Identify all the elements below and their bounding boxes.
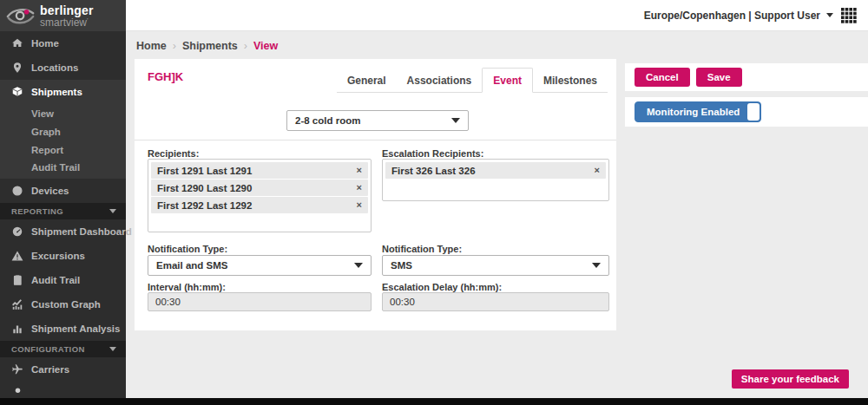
recipient-item: First 1290 Last 1290 × [151, 180, 368, 196]
brand-line1: berlinger [40, 4, 94, 16]
brand-name: berlinger smartview' [40, 4, 94, 28]
escalation-recipients-label: Escalation Recipients: [382, 148, 483, 159]
profile-select-value: 2-8 cold room [295, 115, 360, 126]
sidebar-subitem-view[interactable]: View [0, 104, 126, 122]
sidebar-subitem-report[interactable]: Report [0, 140, 126, 159]
interval-input[interactable] [148, 292, 372, 311]
breadcrumb-separator: › [244, 40, 247, 52]
tab-bar: General Associations Event Milestones [337, 68, 608, 93]
tab-milestones[interactable]: Milestones [533, 69, 608, 92]
sidebar: berlinger smartview' Home Locations Ship… [0, 0, 126, 398]
chevron-down-icon [354, 263, 363, 268]
clipboard-icon [11, 274, 23, 286]
recipients-label: Recipients: [148, 148, 199, 159]
recipient-item: First 1291 Last 1291 × [151, 162, 368, 179]
recipients-listbox: First 1291 Last 1291 × First 1290 Last 1… [148, 159, 372, 232]
sidebar-subitem-graph[interactable]: Graph [0, 122, 126, 140]
footer-bar [0, 398, 868, 405]
sidebar-section-configuration[interactable]: CONFIGURATION [0, 341, 126, 357]
warning-icon [11, 250, 23, 262]
breadcrumb-shipments[interactable]: Shipments [182, 40, 238, 52]
remove-recipient-icon[interactable]: × [357, 166, 362, 175]
gauge-icon [11, 225, 23, 238]
user-icon [13, 387, 23, 396]
sidebar-subitem-audit-trail[interactable]: Audit Trail [0, 159, 126, 179]
remove-recipient-icon[interactable]: × [357, 183, 362, 193]
shipment-event-card: FGH]K General Associations Event Milesto… [135, 59, 616, 330]
chevron-down-icon [109, 347, 116, 351]
notification-type-select[interactable]: Email and SMS [148, 255, 372, 276]
sidebar-item-audit-trail[interactable]: Audit Trail [0, 268, 126, 292]
map-pin-icon [11, 62, 23, 74]
chevron-down-icon [826, 13, 833, 17]
remove-recipient-icon[interactable]: × [595, 166, 600, 175]
brand-line2: smartview' [40, 17, 94, 28]
monitoring-card: Monitoring Enabled [625, 97, 868, 127]
chevron-down-icon [592, 263, 601, 268]
notification-type-value: Email and SMS [156, 260, 227, 271]
breadcrumb-current: View [253, 40, 278, 52]
remove-recipient-icon[interactable]: × [357, 200, 362, 210]
tab-general[interactable]: General [337, 69, 397, 92]
page-title: FGH]K [148, 70, 183, 83]
toggle-knob [747, 103, 760, 121]
profile-select[interactable]: 2-8 cold room [286, 110, 469, 131]
sidebar-item-shipment-dashboard[interactable]: Shipment Dashboard [0, 219, 126, 244]
monitoring-toggle[interactable]: Monitoring Enabled [635, 101, 761, 122]
tab-event[interactable]: Event [482, 68, 533, 93]
escalation-recipients-listbox: First 326 Last 326 × [382, 159, 609, 201]
sidebar-item-custom-graph[interactable]: Custom Graph [0, 292, 126, 317]
home-icon [11, 37, 23, 49]
sidebar-item-locations[interactable]: Locations [0, 56, 126, 80]
chevron-down-icon [451, 118, 460, 123]
sidebar-item-shipment-analysis[interactable]: Shipment Analysis [0, 317, 126, 341]
apps-grid-icon[interactable] [841, 8, 857, 23]
user-region-label: Europe/Copenhagen | Support User [644, 10, 820, 22]
breadcrumb: Home › Shipments › View [136, 40, 278, 52]
sidebar-section-reporting[interactable]: REPORTING [0, 203, 126, 219]
user-region-menu[interactable]: Europe/Copenhagen | Support User [644, 10, 833, 22]
sidebar-item-carriers[interactable]: Carriers [0, 357, 126, 382]
plane-icon [11, 363, 23, 376]
escalation-notification-type-select[interactable]: SMS [382, 255, 609, 276]
chevron-down-icon [109, 209, 116, 213]
sidebar-item-home[interactable]: Home [0, 31, 126, 56]
breadcrumb-separator: › [173, 40, 176, 52]
share-feedback-button[interactable]: Share your feedback [732, 369, 849, 389]
escalation-notification-type-label: Notification Type: [382, 244, 462, 254]
sidebar-item-devices[interactable]: Devices [0, 179, 126, 203]
top-bar: Europe/Copenhagen | Support User [126, 0, 868, 31]
escalation-notification-type-value: SMS [391, 260, 412, 271]
breadcrumb-home[interactable]: Home [136, 40, 167, 52]
package-icon [11, 86, 23, 98]
section-divider [135, 140, 616, 140]
monitoring-toggle-label: Monitoring Enabled [647, 107, 740, 117]
escalation-recipient-item: First 326 Last 326 × [385, 162, 606, 179]
escalation-delay-label: Escalation Delay (hh:mm): [382, 282, 502, 292]
interval-label: Interval (hh:mm): [148, 282, 226, 292]
action-card: Cancel Save [625, 63, 868, 91]
recipient-item: First 1292 Last 1292 × [151, 197, 368, 213]
line-chart-icon [11, 298, 23, 310]
save-button[interactable]: Save [696, 68, 742, 87]
bar-chart-icon [11, 323, 23, 335]
eye-logo-icon [6, 5, 36, 26]
sidebar-item-excursions[interactable]: Excursions [0, 244, 126, 268]
cancel-button[interactable]: Cancel [635, 68, 690, 87]
sidebar-item-shipments[interactable]: Shipments [0, 80, 126, 104]
brand-logo[interactable]: berlinger smartview' [0, 0, 126, 31]
notification-type-label: Notification Type: [148, 244, 227, 254]
escalation-delay-input[interactable] [382, 292, 609, 311]
sensor-icon [11, 185, 23, 197]
tab-associations[interactable]: Associations [397, 69, 483, 92]
